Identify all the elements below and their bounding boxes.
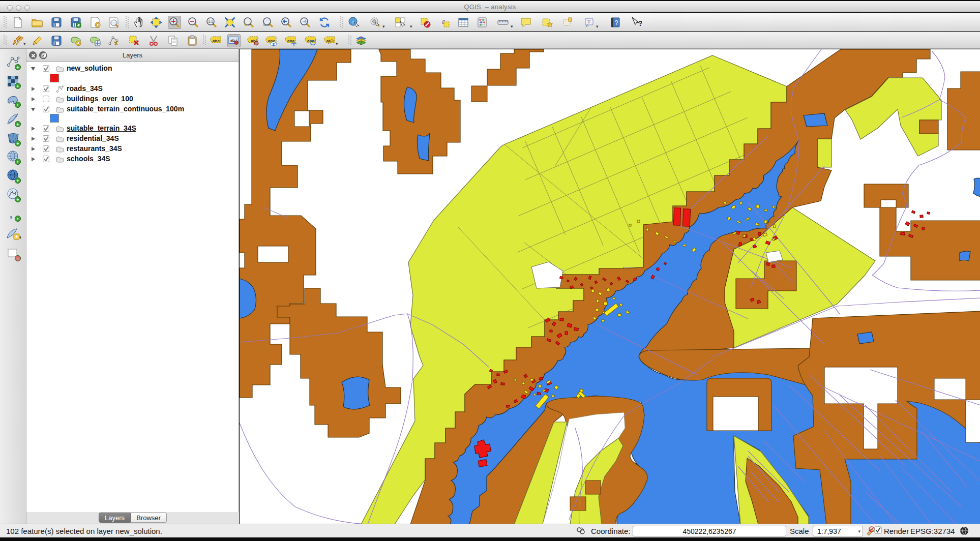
svg-text:?: ?: [638, 19, 642, 27]
svg-text:,: ,: [10, 207, 13, 220]
svg-text:+: +: [16, 122, 19, 127]
svg-text:+: +: [16, 84, 19, 89]
svg-text:+: +: [16, 141, 19, 146]
svg-text:+: +: [16, 178, 19, 184]
svg-text:1:1: 1:1: [208, 20, 213, 23]
svg-text:−: −: [16, 256, 19, 261]
svg-text:+: +: [16, 103, 19, 108]
svg-text:i: i: [352, 18, 353, 24]
svg-text:+: +: [16, 217, 19, 222]
svg-text:+: +: [16, 197, 19, 202]
svg-text:abc: abc: [213, 39, 220, 43]
svg-text:?: ?: [614, 19, 618, 26]
svg-text:+: +: [16, 160, 19, 165]
svg-text:T: T: [587, 19, 590, 24]
svg-text:+: +: [16, 65, 19, 70]
